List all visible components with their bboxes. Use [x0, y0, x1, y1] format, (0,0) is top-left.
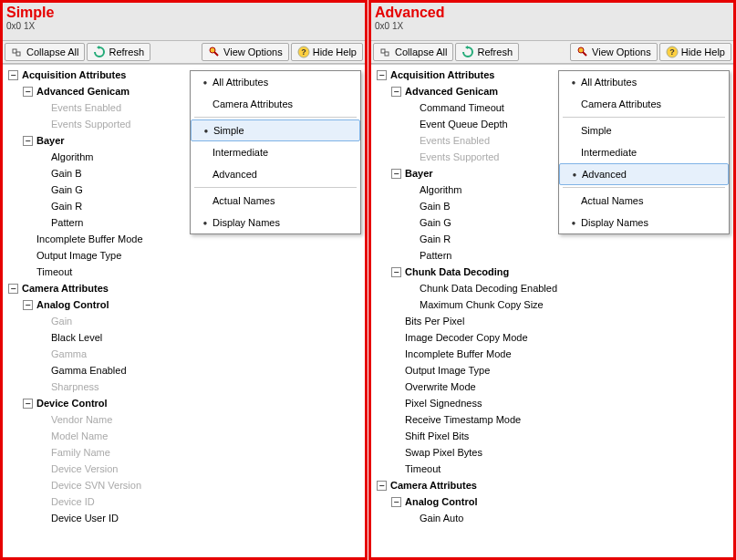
collapse-all-button[interactable]: Collapse All — [373, 43, 453, 61]
tree-item-label: Bayer — [36, 132, 65, 149]
collapse-toggle-icon[interactable]: − — [391, 87, 401, 97]
tree-row[interactable]: −Analog Control — [371, 493, 733, 510]
menu-item[interactable]: Camera Attributes — [559, 93, 729, 115]
tree-row[interactable]: Timeout — [3, 264, 365, 280]
tree-row[interactable]: Gain Auto — [371, 510, 733, 526]
tree-row[interactable]: −Analog Control — [3, 296, 365, 313]
menu-item-label: All Attributes — [213, 77, 353, 88]
toggle-spacer — [37, 349, 47, 359]
refresh-button[interactable]: Refresh — [455, 43, 519, 61]
collapse-toggle-icon[interactable]: − — [8, 284, 18, 294]
tree-row[interactable]: Family Name — [3, 444, 365, 461]
menu-item[interactable]: Actual Names — [559, 190, 729, 212]
svg-line-3 — [214, 52, 218, 56]
radio-bullet-icon: ● — [566, 78, 581, 87]
tree-row[interactable]: Chunk Data Decoding Enabled — [371, 280, 733, 296]
menu-item[interactable]: ●Display Names — [191, 212, 360, 233]
toggle-spacer — [391, 415, 401, 425]
collapse-toggle-icon[interactable]: − — [23, 136, 33, 146]
refresh-icon — [93, 46, 106, 58]
collapse-toggle-icon[interactable]: − — [8, 70, 18, 80]
toggle-spacer — [37, 481, 47, 491]
tree-row[interactable]: Receive Timestamp Mode — [371, 411, 733, 428]
menu-separator — [194, 187, 357, 188]
toggle-spacer — [406, 300, 416, 310]
tree-row[interactable]: Pixel Signedness — [371, 395, 733, 411]
tree-row[interactable]: Black Level — [3, 329, 365, 346]
collapse-toggle-icon[interactable]: − — [23, 300, 33, 310]
toggle-spacer — [391, 382, 401, 392]
tree-item-label: Analog Control — [36, 296, 109, 313]
toggle-spacer — [37, 431, 47, 441]
menu-item[interactable]: Camera Attributes — [191, 93, 360, 115]
view-options-label: View Options — [592, 47, 651, 57]
tree-item-label: Family Name — [51, 444, 110, 461]
menu-item[interactable]: Actual Names — [191, 190, 360, 212]
tree-row[interactable]: −Device Control — [3, 395, 365, 411]
collapse-toggle-icon[interactable]: − — [391, 169, 401, 179]
menu-item[interactable]: ●Advanced — [559, 163, 729, 185]
tree-row[interactable]: Sharpness — [3, 379, 365, 395]
toggle-spacer — [406, 284, 416, 294]
tree-row[interactable]: −Camera Attributes — [371, 477, 733, 493]
refresh-button[interactable]: Refresh — [87, 43, 150, 61]
tree-row[interactable]: Incomplete Buffer Mode — [371, 346, 733, 362]
tree-row[interactable]: Overwrite Mode — [371, 379, 733, 395]
tree-row[interactable]: Shift Pixel Bits — [371, 428, 733, 444]
collapse-toggle-icon[interactable]: − — [23, 399, 33, 409]
collapse-all-button[interactable]: Collapse All — [5, 43, 85, 61]
toolbar: Collapse All Refresh View Options ?Hide … — [3, 40, 365, 64]
collapse-toggle-icon[interactable]: − — [377, 70, 387, 80]
toggle-spacer — [391, 349, 401, 359]
hide-help-button[interactable]: ?Hide Help — [659, 43, 731, 61]
hide-help-button[interactable]: ?Hide Help — [291, 43, 363, 61]
tree-row[interactable]: Gain — [3, 313, 365, 329]
tree-row[interactable]: Device Version — [3, 461, 365, 477]
menu-item[interactable]: ●Simple — [191, 119, 360, 141]
tree-row[interactable]: Timeout — [371, 461, 733, 477]
view-options-button[interactable]: View Options — [570, 43, 658, 61]
menu-item[interactable]: Simple — [559, 119, 729, 141]
svg-rect-6 — [381, 49, 385, 53]
collapse-toggle-icon[interactable]: − — [391, 267, 401, 277]
tree-row[interactable]: Device ID — [3, 493, 365, 510]
tree-item-label: Analog Control — [405, 493, 477, 510]
menu-item[interactable]: Advanced — [191, 163, 360, 185]
toggle-spacer — [391, 431, 401, 441]
tree-row[interactable]: Swap Pixel Bytes — [371, 444, 733, 461]
toggle-spacer — [406, 513, 416, 524]
tree-row[interactable]: Maximum Chunk Copy Size — [371, 296, 733, 313]
tree-row[interactable]: −Chunk Data Decoding — [371, 264, 733, 280]
tree-row[interactable]: Output Image Type — [3, 247, 365, 264]
menu-item[interactable]: ●All Attributes — [191, 71, 360, 93]
view-options-button[interactable]: View Options — [202, 43, 289, 61]
menu-item[interactable]: ●Display Names — [559, 212, 729, 233]
tree-row[interactable]: Gamma — [3, 346, 365, 362]
tree-row[interactable]: Device User ID — [3, 510, 365, 526]
toggle-spacer — [406, 218, 416, 228]
tree-row[interactable]: Vendor Name — [3, 411, 365, 428]
tree-item-label: Gain — [51, 313, 72, 329]
menu-item[interactable]: ●All Attributes — [559, 71, 729, 93]
tree-item-label: Device Version — [51, 461, 118, 477]
tree-row[interactable]: Pattern — [371, 247, 733, 264]
menu-item[interactable]: Intermediate — [559, 141, 729, 163]
collapse-toggle-icon[interactable]: − — [23, 87, 33, 97]
collapse-toggle-icon[interactable]: − — [377, 481, 387, 491]
tree-row[interactable]: Bits Per Pixel — [371, 313, 733, 329]
tree-row[interactable]: Output Image Type — [371, 362, 733, 379]
tree-row[interactable]: −Camera Attributes — [3, 280, 365, 296]
tree-row[interactable]: Device SVN Version — [3, 477, 365, 493]
menu-item[interactable]: Intermediate — [191, 141, 360, 163]
tree-item-label: Acquisition Attributes — [390, 67, 494, 83]
toggle-spacer — [406, 251, 416, 261]
tree-row[interactable]: Image Decoder Copy Mode — [371, 329, 733, 346]
tree-item-label: Output Image Type — [36, 247, 121, 264]
view-options-icon — [208, 46, 221, 58]
tree-row[interactable]: Gamma Enabled — [3, 362, 365, 379]
tree-item-label: Camera Attributes — [22, 280, 109, 296]
collapse-toggle-icon[interactable]: − — [391, 497, 401, 507]
help-icon: ? — [666, 46, 679, 58]
toggle-spacer — [391, 464, 401, 474]
tree-row[interactable]: Model Name — [3, 428, 365, 444]
